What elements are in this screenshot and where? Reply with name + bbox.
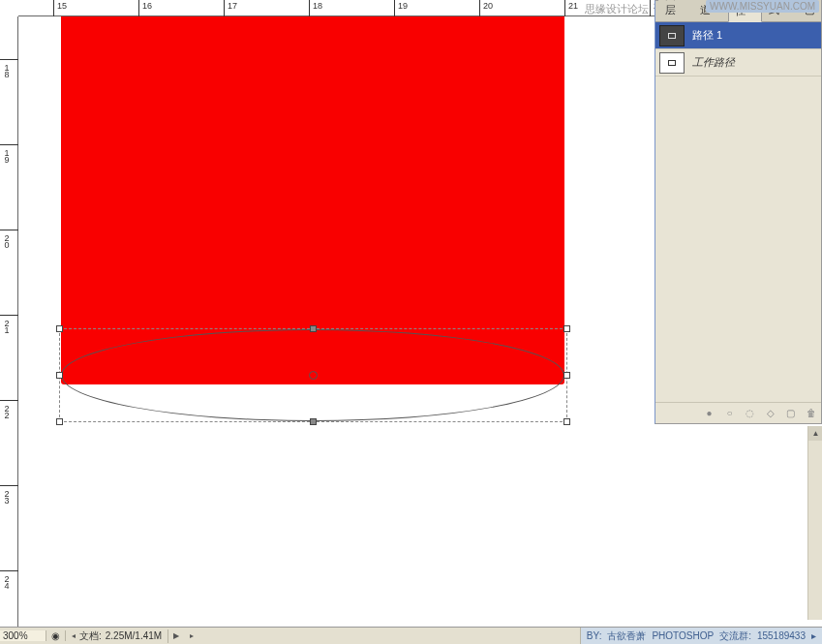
watermark-url: WWW.MISSYUAN.COM bbox=[706, 0, 819, 13]
watermark-text: 思缘设计论坛 bbox=[581, 0, 653, 18]
status-chevron-icon[interactable]: ▸ bbox=[184, 631, 199, 640]
credit-author: 古欲香萧 bbox=[607, 629, 646, 643]
panel-body: 路径 1 工作路径 bbox=[655, 22, 821, 77]
panel-footer: ● ○ ◌ ◇ ▢ 🗑 bbox=[655, 402, 821, 423]
transform-center-icon[interactable] bbox=[309, 371, 318, 380]
path-thumbnail-icon bbox=[659, 25, 685, 46]
credit-app: PHOTOSHOP bbox=[652, 630, 714, 641]
status-play-icon[interactable]: ▶ bbox=[168, 631, 184, 640]
doc-label: 文档: bbox=[79, 629, 102, 643]
status-file-icon[interactable]: ◉ bbox=[46, 630, 66, 641]
stroke-path-icon[interactable]: ○ bbox=[723, 407, 736, 419]
transform-handle-tl[interactable] bbox=[56, 325, 63, 332]
path-item-label: 路径 1 bbox=[692, 28, 817, 43]
transform-handle-bl[interactable] bbox=[56, 418, 63, 425]
chevron-left-icon: ◂ bbox=[72, 631, 76, 640]
status-document-info[interactable]: ◂ 文档: 2.25M/1.41M bbox=[66, 629, 168, 643]
path-item-label: 工作路径 bbox=[692, 55, 817, 70]
path-to-selection-icon[interactable]: ◌ bbox=[744, 407, 756, 419]
tab-layers[interactable]: 图层 bbox=[658, 0, 693, 21]
paths-panel: 图层 通道 路径 样式 色 路径 1 工作路径 ● ○ ◌ ◇ ▢ 🗑 bbox=[655, 0, 822, 424]
transform-handle-tr[interactable] bbox=[563, 325, 570, 332]
transform-handle-ml[interactable] bbox=[56, 372, 63, 379]
fill-path-icon[interactable]: ● bbox=[703, 407, 715, 419]
credit-bar: BY: 古欲香萧 PHOTOSHOP 交流群: 155189433 ▸ bbox=[580, 628, 822, 644]
selection-to-path-icon[interactable]: ◇ bbox=[764, 407, 776, 419]
transform-handle-bc[interactable] bbox=[310, 418, 317, 425]
credit-by-label: BY: bbox=[587, 630, 602, 641]
zoom-level[interactable]: 300% bbox=[0, 630, 46, 641]
transform-bounding-box[interactable] bbox=[59, 328, 567, 422]
scroll-up-icon[interactable]: ▲ bbox=[808, 426, 822, 441]
path-item[interactable]: 路径 1 bbox=[655, 22, 821, 49]
doc-size: 2.25M/1.41M bbox=[106, 630, 162, 641]
status-bar: 300% ◉ ◂ 文档: 2.25M/1.41M ▶ ▸ BY: 古欲香萧 PH… bbox=[0, 627, 822, 644]
scrollbar-vertical[interactable]: ▲ bbox=[807, 426, 822, 620]
credit-group-id: 155189433 bbox=[757, 630, 806, 641]
canvas-document[interactable] bbox=[18, 16, 655, 617]
transform-handle-br[interactable] bbox=[563, 418, 570, 425]
path-item[interactable]: 工作路径 bbox=[655, 49, 821, 77]
credit-group-label: 交流群: bbox=[719, 629, 751, 643]
transform-handle-mr[interactable] bbox=[563, 372, 570, 379]
transform-handle-tc[interactable] bbox=[310, 325, 317, 332]
delete-path-icon[interactable]: 🗑 bbox=[805, 407, 817, 419]
credit-chevron-icon: ▸ bbox=[811, 630, 816, 641]
new-path-icon[interactable]: ▢ bbox=[784, 407, 797, 419]
ruler-vertical: 18 19 20 21 22 23 24 bbox=[0, 16, 18, 627]
path-thumbnail-icon bbox=[659, 52, 685, 74]
